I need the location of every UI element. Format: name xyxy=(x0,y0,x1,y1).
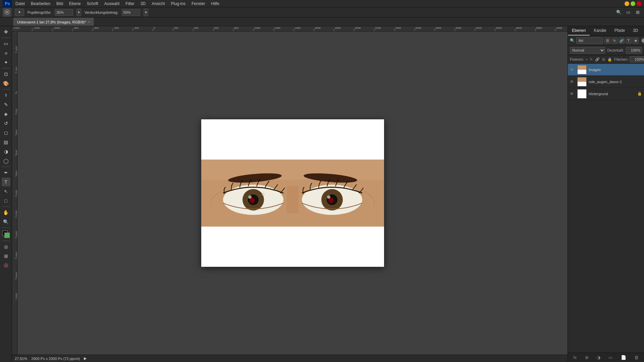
pupil-size-dropdown[interactable]: ▼ xyxy=(76,9,81,16)
close-button[interactable]: × xyxy=(637,1,641,6)
options-right-icons: 🔍 ▭ ⊞ xyxy=(615,9,641,16)
tab-kanaele[interactable]: Kanäle xyxy=(590,26,610,36)
tab-pfade[interactable]: Pfade xyxy=(610,26,629,36)
lock-artboard-icon[interactable]: ⊞ xyxy=(601,57,606,62)
menu-plugins[interactable]: Plug-ins xyxy=(168,1,188,7)
filter-smart-icon[interactable]: ❖ xyxy=(633,38,639,44)
menu-3d[interactable]: 3D xyxy=(138,1,148,7)
lock-icons: ▪ ✎ 🔗 ⊞ 🔒 xyxy=(585,57,613,62)
redeye-tool-active[interactable]: ⦿ xyxy=(2,261,10,270)
workspace-icon[interactable]: ▭ xyxy=(625,9,632,16)
shape-tool[interactable]: □ xyxy=(2,196,10,205)
layer-name-rote: rote_augen_davor-1 xyxy=(589,80,642,84)
lock-transparent-icon[interactable]: ▪ xyxy=(585,57,588,62)
document-tab[interactable]: Unbenannt-1 bei 27,8% (Images, RGB/8)* × xyxy=(13,18,94,26)
lock-position-icon[interactable]: 🔗 xyxy=(594,57,600,62)
menu-bearbeiten[interactable]: Bearbeiten xyxy=(28,1,53,7)
canvas-scroll-area[interactable] xyxy=(17,32,568,355)
new-layer-button[interactable]: 📄 xyxy=(620,354,628,361)
filter-pixel-icon[interactable]: ☰ xyxy=(604,38,610,44)
history-brush-tool[interactable]: ↺ xyxy=(2,119,10,128)
pen-tool[interactable]: ✒ xyxy=(2,168,10,177)
move-tool[interactable]: ✥ xyxy=(2,27,10,36)
brush-tool[interactable]: ✎ xyxy=(2,100,10,109)
tab-close-button[interactable]: × xyxy=(88,20,90,24)
group-layer-button[interactable]: ▭ xyxy=(607,354,614,361)
menu-ansicht[interactable]: Ansicht xyxy=(149,1,167,7)
spot-heal-tool[interactable]: ⚕ xyxy=(2,91,10,100)
delete-layer-button[interactable]: 🗑 xyxy=(633,354,640,361)
arrange-icon[interactable]: ⊞ xyxy=(634,9,641,16)
tab-3d[interactable]: 3D xyxy=(629,26,642,36)
eyedropper-tool[interactable]: 🎨 xyxy=(2,79,10,88)
color-swatch[interactable] xyxy=(2,231,10,238)
hand-tool[interactable]: ✋ xyxy=(2,208,10,217)
svg-point-13 xyxy=(327,195,330,199)
text-tool[interactable]: T xyxy=(2,178,10,186)
menu-auswahl[interactable]: Auswahl xyxy=(102,1,122,7)
tool-separator-1 xyxy=(2,38,10,38)
minimize-button[interactable]: − xyxy=(625,1,629,6)
layer-name-hintergrund: Hintergrund xyxy=(589,92,635,96)
opacity-label: Deckrkaft: xyxy=(607,48,624,52)
svg-rect-1 xyxy=(201,160,384,180)
pupil-size-input[interactable] xyxy=(55,9,73,16)
tool-preset-picker[interactable]: ▼ xyxy=(15,9,24,16)
menu-bild[interactable]: Bild xyxy=(54,1,66,7)
marquee-tool[interactable]: ▭ xyxy=(2,39,10,48)
menu-hilfe[interactable]: Hilfe xyxy=(209,1,222,7)
layer-thumbnail-images xyxy=(577,65,587,74)
canvas-eyes-area xyxy=(201,160,384,227)
adjustment-layer-button[interactable]: ◑ xyxy=(595,354,602,361)
canvas-container: 27,81% 2600 Px x 2000 Px (72 ppcm) ▶ xyxy=(12,26,568,362)
menu-datei[interactable]: Datei xyxy=(13,1,28,7)
add-mask-button[interactable]: ⊕ xyxy=(584,354,590,361)
maximize-button[interactable]: □ xyxy=(631,1,635,6)
crop-tool[interactable]: ⊡ xyxy=(2,70,10,78)
zoom-tool[interactable]: 🔍 xyxy=(2,218,10,226)
ruler-h-canvas xyxy=(12,26,568,32)
tab-ebenen[interactable]: Ebenen xyxy=(568,26,590,36)
layer-visibility-images[interactable]: 👁 xyxy=(570,67,575,72)
tool-separator-6 xyxy=(2,228,10,228)
darkening-input[interactable] xyxy=(122,9,140,16)
fx-button[interactable]: fx xyxy=(572,354,578,361)
blend-opacity-bar: Normal Deckrkaft: xyxy=(568,46,644,55)
status-bar: 27,81% 2600 Px x 2000 Px (72 ppcm) ▶ xyxy=(12,355,568,362)
menu-schrift[interactable]: Schrift xyxy=(84,1,101,7)
filter-shape-icon[interactable]: T xyxy=(626,38,632,44)
menu-filter[interactable]: Filter xyxy=(123,1,137,7)
lasso-tool[interactable]: ⌾ xyxy=(2,49,10,57)
menu-ebene[interactable]: Ebene xyxy=(66,1,84,7)
tool-separator-4 xyxy=(2,167,10,167)
lock-all-icon[interactable]: 🔒 xyxy=(607,57,613,62)
filter-adjustment-icon[interactable]: ✎ xyxy=(611,38,618,44)
layer-type-dropdown[interactable] xyxy=(576,37,603,44)
status-arrow: ▶ xyxy=(84,356,87,361)
blur-tool[interactable]: ◑ xyxy=(2,147,10,156)
layer-visibility-rote[interactable]: 👁 xyxy=(570,79,575,84)
layer-visibility-hintergrund[interactable]: 👁 xyxy=(570,92,575,96)
blend-mode-dropdown[interactable]: Normal xyxy=(570,47,605,54)
gradient-tool[interactable]: ▤ xyxy=(2,138,10,146)
quick-mask-tool[interactable]: ◎ xyxy=(2,242,10,251)
clone-stamp-tool[interactable]: ◈ xyxy=(2,110,10,118)
dodge-tool[interactable]: ◯ xyxy=(2,157,10,165)
fill-input[interactable] xyxy=(630,56,644,62)
background-color[interactable] xyxy=(4,233,10,238)
eyes-svg xyxy=(201,160,384,227)
filter-toggle[interactable] xyxy=(641,38,644,44)
lock-image-icon[interactable]: ✎ xyxy=(589,57,593,62)
filter-type-icon[interactable]: 🔗 xyxy=(619,38,625,44)
layer-item-hintergrund[interactable]: 👁 Hintergrund 🔒 xyxy=(568,88,644,100)
layer-item-images[interactable]: 👁 Images xyxy=(568,64,644,76)
search-icon[interactable]: 🔍 xyxy=(615,9,623,16)
path-selection-tool[interactable]: ↖ xyxy=(2,187,10,196)
opacity-input[interactable] xyxy=(626,47,642,54)
quick-select-tool[interactable]: ✦ xyxy=(2,58,10,67)
eraser-tool[interactable]: ◻ xyxy=(2,128,10,137)
layer-item-rote[interactable]: 👁 rote_augen_davor-1 xyxy=(568,76,644,88)
menu-fenster[interactable]: Fenster xyxy=(189,1,208,7)
screen-mode-tool[interactable]: ⊞ xyxy=(2,252,10,260)
darkening-dropdown[interactable]: ▼ xyxy=(144,9,148,16)
